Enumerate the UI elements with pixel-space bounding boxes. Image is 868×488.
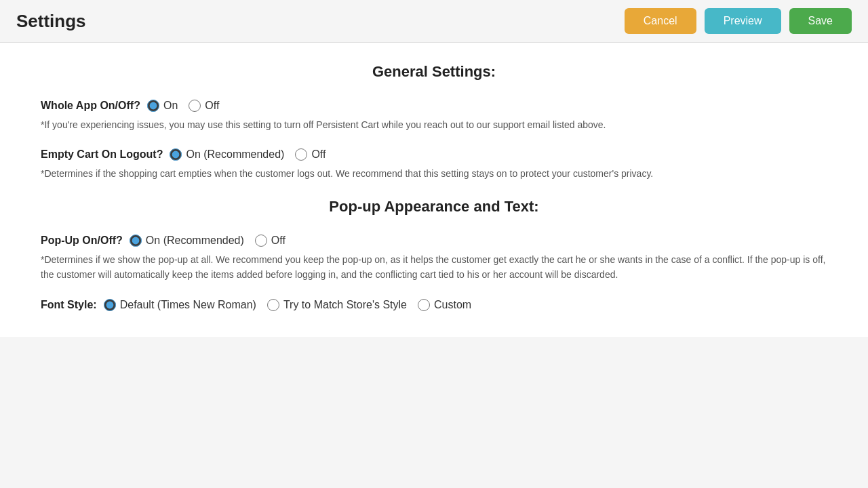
popup-onoff-label-row: Pop-Up On/Off? On (Recommended) Off [41,235,827,247]
font-style-setting: Font Style: Default (Times New Roman) Tr… [41,299,827,311]
empty-cart-on-label: On (Recommended) [186,148,284,161]
empty-cart-off-label: Off [311,148,326,161]
popup-appearance-title: Pop-up Appearance and Text: [41,198,827,216]
empty-cart-on-radio[interactable] [170,148,182,161]
empty-cart-description: *Determines if the shopping cart empties… [41,166,827,181]
whole-app-on-radio[interactable] [147,100,159,112]
whole-app-label: Whole App On/Off? [41,100,140,112]
empty-cart-label: Empty Cart On Logout? [41,148,163,161]
font-match-store-label: Try to Match Store's Style [283,299,407,311]
empty-cart-off-option[interactable]: Off [295,148,326,161]
cancel-button[interactable]: Cancel [625,8,696,34]
popup-onoff-label: Pop-Up On/Off? [41,235,123,247]
whole-app-on-label: On [163,100,178,112]
empty-cart-setting: Empty Cart On Logout? On (Recommended) O… [41,148,827,181]
font-custom-radio[interactable] [418,299,430,311]
whole-app-off-option[interactable]: Off [189,100,219,112]
save-button[interactable]: Save [789,8,852,34]
whole-app-off-label: Off [205,100,219,112]
main-content: General Settings: Whole App On/Off? On O… [0,43,868,337]
font-default-label: Default (Times New Roman) [120,299,256,311]
popup-on-option[interactable]: On (Recommended) [130,235,244,247]
whole-app-setting: Whole App On/Off? On Off *If you're expe… [41,100,827,132]
font-match-store-option[interactable]: Try to Match Store's Style [267,299,407,311]
empty-cart-on-option[interactable]: On (Recommended) [170,148,284,161]
popup-off-label: Off [271,235,285,247]
font-style-label: Font Style: [41,299,97,311]
font-style-radio-group: Default (Times New Roman) Try to Match S… [104,299,471,311]
general-settings-title: General Settings: [41,63,827,81]
page-header: Settings Cancel Preview Save [0,0,868,43]
popup-onoff-radio-group: On (Recommended) Off [130,235,285,247]
page-title: Settings [16,11,86,32]
empty-cart-label-row: Empty Cart On Logout? On (Recommended) O… [41,148,827,161]
font-style-label-row: Font Style: Default (Times New Roman) Tr… [41,299,827,311]
whole-app-off-radio[interactable] [189,100,201,112]
preview-button[interactable]: Preview [705,8,781,34]
popup-off-radio[interactable] [255,235,267,247]
whole-app-radio-group: On Off [147,100,219,112]
font-custom-option[interactable]: Custom [418,299,471,311]
empty-cart-off-radio[interactable] [295,148,307,161]
whole-app-description: *If you're experiencing issues, you may … [41,117,827,132]
font-default-radio[interactable] [104,299,116,311]
popup-off-option[interactable]: Off [255,235,285,247]
popup-on-radio[interactable] [130,235,142,247]
empty-cart-radio-group: On (Recommended) Off [170,148,326,161]
header-buttons: Cancel Preview Save [625,8,852,34]
font-custom-label: Custom [434,299,471,311]
whole-app-on-option[interactable]: On [147,100,178,112]
font-match-store-radio[interactable] [267,299,279,311]
popup-onoff-setting: Pop-Up On/Off? On (Recommended) Off *Det… [41,235,827,283]
popup-onoff-description: *Determines if we show the pop-up at all… [41,252,827,283]
popup-on-label: On (Recommended) [146,235,244,247]
font-default-option[interactable]: Default (Times New Roman) [104,299,256,311]
whole-app-label-row: Whole App On/Off? On Off [41,100,827,112]
